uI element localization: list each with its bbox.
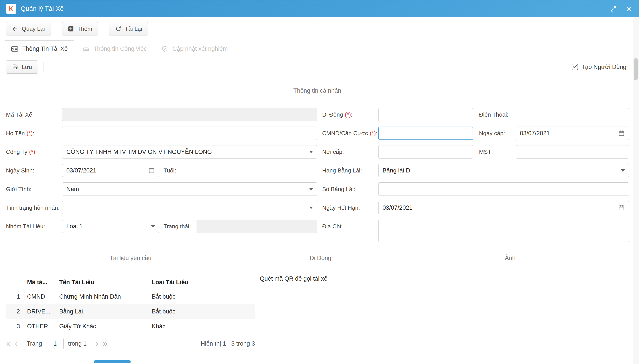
issue-date-field[interactable]: 03/07/2021 [516,126,629,140]
status-field [197,220,317,233]
car-icon [82,46,89,52]
page-number-input[interactable] [47,338,64,349]
close-icon [626,6,632,12]
title-bar: K Quản lý Tài Xế [0,0,639,17]
divider-line [520,258,633,258]
reload-button[interactable]: Tải Lại [109,22,148,36]
calendar-icon [618,204,625,211]
header-code[interactable]: Mã tà... [23,276,55,289]
expiry-date-field[interactable]: 03/07/2021 [378,201,629,214]
label-di-dong: Di Động(*): [317,108,378,121]
id-card-icon [11,46,18,52]
add-button[interactable]: Thêm [62,22,98,36]
label-mst: MST: [473,145,516,158]
section-documents-legend: Tài liệu yêu cầu [6,255,255,262]
issue-place-field[interactable] [378,145,473,158]
label-dia-chi: Địa Chỉ: [317,220,378,233]
section-mobile-legend: Di Động [260,255,381,262]
tab-strip: Thông Tin Tài Xế Thông tin Công việc Cập… [0,40,639,57]
label-hang-bang-lai: Hạng Bằng Lái: [317,164,378,177]
phone-field[interactable] [516,108,629,121]
last-page-icon[interactable]: » [103,340,107,348]
window-title: Quản lý Tài Xế [21,5,64,12]
page-of-label: trong 1 [68,340,87,347]
calendar-button[interactable] [618,130,625,136]
full-name-field[interactable] [62,126,317,140]
label-dien-thoai: Điện Thoại: [473,108,516,121]
header-name[interactable]: Tên Tài Liệu [55,276,148,289]
label-cong-ty: Công Ty(*): [6,145,62,158]
section-photo-legend: Ảnh [387,255,633,262]
label-ngay-sinh: Ngày Sinh: [6,164,62,177]
toolbar-separator [56,24,56,34]
calendar-button[interactable] [148,167,155,174]
pager-summary: Hiển thị 1 - 3 trong 3 [201,340,255,347]
id-number-field[interactable] [378,126,473,140]
gender-dropdown[interactable]: Nam [62,182,317,196]
license-number-field[interactable] [378,182,629,196]
text-cursor [383,130,383,136]
label-so-bang-lai: Số Bằng Lái: [317,182,378,196]
label-cmnd: CMND/Căn Cước(*): [317,126,378,140]
table-row[interactable]: 2 DRIVE... Bằng Lái Bắt buộc [6,304,255,319]
divider-line [335,258,381,258]
first-page-icon[interactable]: « [6,340,11,348]
driver-management-window: K Quản lý Tài Xế Quay Lại [0,0,639,364]
divider-line [6,91,289,91]
company-dropdown[interactable]: CÔNG TY TNHH MTV TM DV GN VT NGUYỄN LONG [62,145,317,158]
chevron-down-icon [621,169,625,172]
header-type[interactable]: Loại Tài Liệu [148,276,255,289]
app-logo-icon: K [6,4,16,14]
create-user-checkbox[interactable]: Tạo Người Dùng [572,64,626,70]
birth-date-field[interactable]: 03/07/2021 [62,164,159,177]
table-row[interactable]: 3 OTHER Giấy Tờ Khác Khác [6,319,255,334]
mobile-panel: Di Động Quét mã QR để gọi tài xế [260,255,381,282]
close-button[interactable] [625,6,632,12]
address-field[interactable] [378,220,629,242]
tab-driver-info[interactable]: Thông Tin Tài Xế [4,40,75,57]
label-ngay-cap: Ngày cấp: [473,126,516,140]
toolbar-separator [43,62,44,72]
label-ma-tai-xe: Mã Tài Xế: [6,108,62,121]
label-ngay-het-han: Ngày Hết Hạn: [317,201,378,214]
label-tuoi: Tuổi: [164,167,176,174]
tax-code-field[interactable] [516,145,629,158]
documents-table: Mã tà... Tên Tài Liệu Loại Tài Liệu 1 CM… [6,276,255,334]
back-button[interactable]: Quay Lại [6,22,51,36]
table-pager: « ‹ Trang trong 1 › » Hiển thị 1 - 3 tro… [6,338,255,349]
shield-check-icon [161,46,168,52]
calendar-button[interactable] [618,204,625,211]
horizontal-scrollbar-thumb[interactable] [94,360,131,363]
documents-panel: Tài liệu yêu cầu Mã tà... Tên Tài Liệu L… [6,255,255,349]
table-row[interactable]: 1 CMND Chứng Minh Nhân Dân Bắt buộc [6,289,255,304]
tab-test-update[interactable]: Cập nhật xét nghiệm [154,40,235,57]
refresh-icon [115,26,121,32]
page-label: Trang [27,340,42,347]
save-button[interactable]: Lưu [6,60,38,74]
section-personal-legend: Thông tin cá nhân [6,87,628,94]
tab-work-info[interactable]: Thông tin Công việc [75,40,154,57]
mobile-field[interactable] [378,108,473,121]
personal-info-form: Mã Tài Xế: Di Động(*): Điện Thoại: Họ Tê… [6,108,629,233]
document-group-dropdown[interactable]: Loại 1 [62,220,159,233]
label-noi-cap: Nơi cấp: [317,145,378,158]
pager-separator [91,340,91,348]
qr-hint-text: Quét mã QR để gọi tài xế [260,275,381,282]
marital-status-dropdown[interactable]: - - - - [62,201,317,214]
vertical-scrollbar-thumb[interactable] [634,58,638,80]
label-hon-nhan: Tình trạng hôn nhân: [6,201,62,214]
prev-page-icon[interactable]: ‹ [15,340,18,348]
divider-line [6,258,105,258]
pager-separator [112,340,112,348]
vertical-scrollbar-track[interactable] [633,17,639,364]
divider-line [345,91,628,91]
next-page-icon[interactable]: › [96,340,99,348]
header-rownum [6,276,23,289]
driver-code-field [62,108,317,121]
license-class-dropdown[interactable]: Bằng lái D [378,164,629,177]
pager-separator [22,340,22,348]
toolbar-separator [104,24,104,34]
create-user-label: Tạo Người Dùng [581,64,626,70]
photo-panel: Ảnh [387,255,633,262]
restore-button[interactable] [610,6,616,12]
